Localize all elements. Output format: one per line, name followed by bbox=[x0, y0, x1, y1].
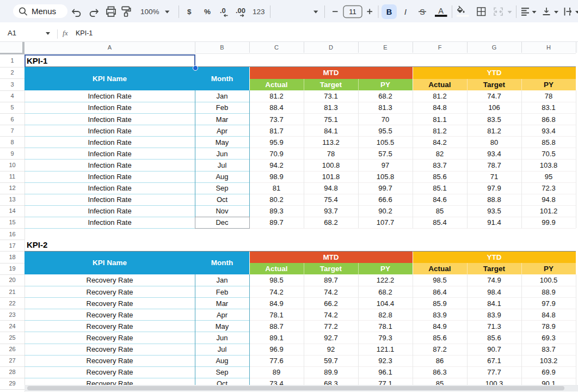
svg-text:11: 11 bbox=[349, 8, 356, 16]
svg-text:.0: .0 bbox=[220, 7, 226, 15]
svg-text:$: $ bbox=[187, 8, 192, 16]
svg-text:100%: 100% bbox=[140, 8, 159, 16]
svg-text:B: B bbox=[386, 8, 392, 16]
svg-text:.00: .00 bbox=[236, 7, 245, 15]
svg-text:123: 123 bbox=[253, 8, 265, 16]
svg-text:I: I bbox=[404, 7, 407, 16]
svg-text:A: A bbox=[438, 7, 444, 15]
svg-text:%: % bbox=[204, 8, 211, 16]
